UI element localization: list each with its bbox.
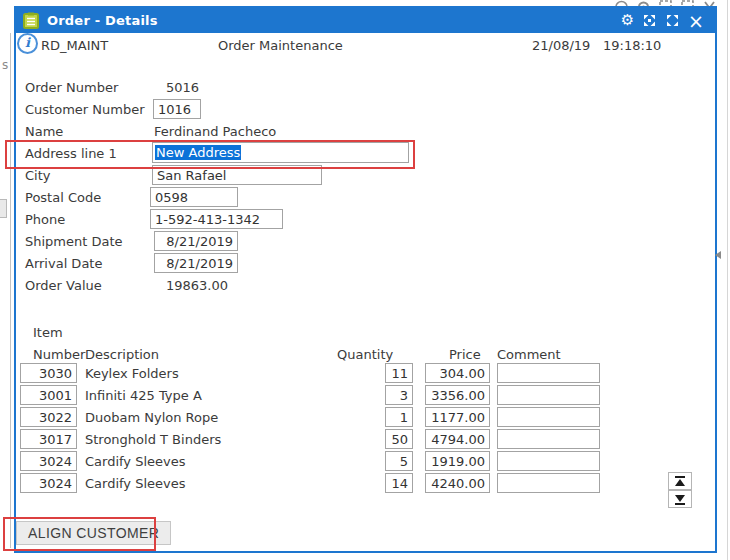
item-comment-field[interactable] <box>497 407 600 427</box>
scroll-to-bottom-button[interactable] <box>668 490 692 508</box>
item-price-field[interactable] <box>425 385 490 405</box>
shipment-date-field[interactable] <box>154 231 238 251</box>
name-label: Name <box>25 124 63 139</box>
col-header-comment: Comment <box>497 347 561 362</box>
window-title: Order - Details <box>47 13 158 28</box>
col-header-price: Price <box>449 347 481 362</box>
item-description: Cardify Sleeves <box>85 476 186 491</box>
scroll-to-top-icon <box>674 476 686 487</box>
expand-alt-icon[interactable] <box>665 13 680 28</box>
order-value-value: 19863.00 <box>166 278 228 293</box>
background-panel-edge <box>10 33 11 548</box>
settings-gear-icon[interactable]: ⚙ <box>621 13 634 28</box>
item-price-field[interactable] <box>425 451 490 471</box>
item-description: Infiniti 425 Type A <box>85 388 202 403</box>
align-customer-button[interactable]: ALIGN CUSTOMER <box>16 521 171 545</box>
item-description: Duobam Nylon Rope <box>85 410 218 425</box>
city-field[interactable] <box>152 165 322 185</box>
item-description: Keylex Folders <box>85 366 179 381</box>
background-splitter-tab <box>0 199 7 218</box>
item-quantity-field[interactable] <box>385 363 413 383</box>
program-name: RD_MAINT <box>41 38 108 53</box>
item-comment-field[interactable] <box>497 451 600 471</box>
scroll-to-bottom-icon <box>674 494 686 505</box>
screen-title: Order Maintenance <box>218 38 343 53</box>
selected-text: New Address <box>155 145 241 160</box>
item-number-field[interactable] <box>20 385 77 405</box>
arrival-date-label: Arrival Date <box>25 256 102 271</box>
item-description: Cardify Sleeves <box>85 454 186 469</box>
col-header-number: Number <box>33 347 85 362</box>
window-titlebar: Order - Details ⚙ × <box>16 8 715 33</box>
arrival-date-field[interactable] <box>154 253 238 273</box>
item-comment-field[interactable] <box>497 385 600 405</box>
order-value-label: Order Value <box>25 278 102 293</box>
item-number-field[interactable] <box>20 363 77 383</box>
name-value: Ferdinand Pacheco <box>154 124 276 139</box>
order-document-icon <box>23 12 39 29</box>
item-description: Stronghold T Binders <box>85 432 221 447</box>
col-header-description: Description <box>85 347 159 362</box>
item-comment-field[interactable] <box>497 429 600 449</box>
item-comment-field[interactable] <box>497 363 600 383</box>
header-time: 19:18:10 <box>603 38 661 53</box>
item-quantity-field[interactable] <box>385 451 413 471</box>
order-number-label: Order Number <box>25 80 118 95</box>
item-quantity-field[interactable] <box>385 407 413 427</box>
item-number-field[interactable] <box>20 429 77 449</box>
item-quantity-field[interactable] <box>385 385 413 405</box>
postal-code-label: Postal Code <box>25 190 101 205</box>
background-text-fragment: s <box>2 58 8 72</box>
expand-icon[interactable] <box>642 13 657 28</box>
panel-collapse-left-icon[interactable] <box>714 250 722 260</box>
city-label: City <box>25 168 50 183</box>
header-date: 21/08/19 <box>532 38 590 53</box>
shipment-date-label: Shipment Date <box>25 234 123 249</box>
scroll-to-top-button[interactable] <box>668 472 692 490</box>
item-quantity-field[interactable] <box>385 473 413 493</box>
background-right-edge <box>727 0 728 560</box>
item-number-field[interactable] <box>20 451 77 471</box>
phone-field[interactable] <box>150 209 283 229</box>
item-price-field[interactable] <box>425 473 490 493</box>
col-header-quantity: Quantity <box>337 347 393 362</box>
info-icon[interactable]: i <box>17 33 38 54</box>
order-details-window: Order - Details ⚙ × i RD_MAINT Order Mai… <box>14 6 717 553</box>
customer-number-label: Customer Number <box>25 102 145 117</box>
address-line1-field[interactable]: New Address <box>152 142 409 163</box>
item-price-field[interactable] <box>425 363 490 383</box>
customer-number-field[interactable] <box>153 99 201 119</box>
postal-code-field[interactable] <box>150 187 238 207</box>
item-section-label: Item <box>33 325 63 340</box>
order-number-value: 5016 <box>166 80 199 95</box>
item-number-field[interactable] <box>20 473 77 493</box>
close-icon[interactable]: × <box>688 13 704 29</box>
item-price-field[interactable] <box>425 407 490 427</box>
address-line1-label: Address line 1 <box>25 146 117 161</box>
item-price-field[interactable] <box>425 429 490 449</box>
item-comment-field[interactable] <box>497 473 600 493</box>
phone-label: Phone <box>25 212 65 227</box>
item-number-field[interactable] <box>20 407 77 427</box>
item-quantity-field[interactable] <box>385 429 413 449</box>
